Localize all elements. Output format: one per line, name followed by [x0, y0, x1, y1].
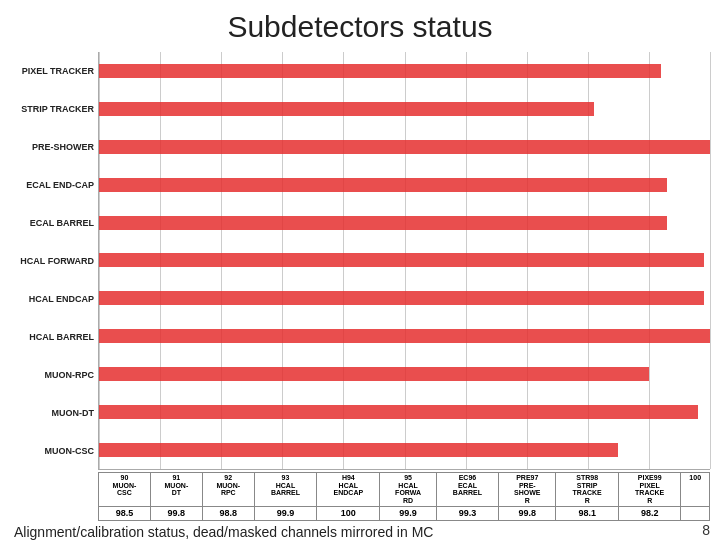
y-label: MUON-CSC: [10, 432, 98, 470]
footnote: Alignment/calibration status, dead/maske…: [10, 524, 710, 540]
bar: [99, 367, 649, 381]
x-col-header: 95 HCAL FORWA RD: [380, 473, 436, 507]
chart-inner: 90 MUON- CSC91 MUON- DT92 MUON- RPC93 HC…: [98, 52, 710, 522]
bar: [99, 443, 618, 457]
y-label: MUON-DT: [10, 394, 98, 432]
bar: [99, 64, 661, 78]
x-col-value: 98.5: [99, 506, 151, 520]
bar: [99, 253, 704, 267]
y-label: ECAL BARREL: [10, 204, 98, 242]
y-label: PIXEL TRACKER: [10, 52, 98, 90]
bars-container: [98, 52, 710, 470]
x-col-header: EC96 ECAL BARREL: [436, 473, 499, 507]
y-label: HCAL FORWARD: [10, 242, 98, 280]
x-axis-table: 90 MUON- CSC91 MUON- DT92 MUON- RPC93 HC…: [98, 472, 710, 521]
x-col-header: H94 HCAL ENDCAP: [317, 473, 380, 507]
bar: [99, 140, 710, 154]
x-col-header: 93 HCAL BARREL: [254, 473, 317, 507]
bar: [99, 329, 710, 343]
grid-line: [710, 52, 711, 469]
bar: [99, 102, 594, 116]
x-col-value: 99.8: [499, 506, 556, 520]
x-col-header: 100: [681, 473, 710, 507]
x-axis: 90 MUON- CSC91 MUON- DT92 MUON- RPC93 HC…: [98, 470, 710, 522]
x-col-value: [681, 506, 710, 520]
x-col-value: 99.9: [254, 506, 317, 520]
page: Subdetectors status PIXEL TRACKERSTRIP T…: [0, 0, 720, 540]
x-col-header: 92 MUON- RPC: [202, 473, 254, 507]
y-label: MUON-RPC: [10, 356, 98, 394]
bar: [99, 291, 704, 305]
x-col-header: STR98 STRIP TRACKE R: [556, 473, 619, 507]
x-col-value: 99.9: [380, 506, 436, 520]
page-title: Subdetectors status: [227, 10, 492, 44]
x-col-value: 99.8: [150, 506, 202, 520]
y-label: HCAL BARREL: [10, 318, 98, 356]
x-col-value: 98.2: [618, 506, 681, 520]
x-col-header: 90 MUON- CSC: [99, 473, 151, 507]
x-col-value: 98.8: [202, 506, 254, 520]
x-col-header: PRE97 PRE- SHOWE R: [499, 473, 556, 507]
x-col-value: 98.1: [556, 506, 619, 520]
x-col-header: 91 MUON- DT: [150, 473, 202, 507]
page-number: 8: [702, 522, 710, 538]
y-label: HCAL ENDCAP: [10, 280, 98, 318]
x-col-value: 100: [317, 506, 380, 520]
bar: [99, 405, 698, 419]
bar: [99, 216, 667, 230]
chart-area: PIXEL TRACKERSTRIP TRACKERPRE-SHOWERECAL…: [10, 52, 710, 522]
x-col-value: 99.3: [436, 506, 499, 520]
y-label: ECAL END-CAP: [10, 166, 98, 204]
x-col-header: PIXE99 PIXEL TRACKE R: [618, 473, 681, 507]
y-label: STRIP TRACKER: [10, 90, 98, 128]
bar: [99, 178, 667, 192]
y-axis-labels: PIXEL TRACKERSTRIP TRACKERPRE-SHOWERECAL…: [10, 52, 98, 522]
y-label: PRE-SHOWER: [10, 128, 98, 166]
